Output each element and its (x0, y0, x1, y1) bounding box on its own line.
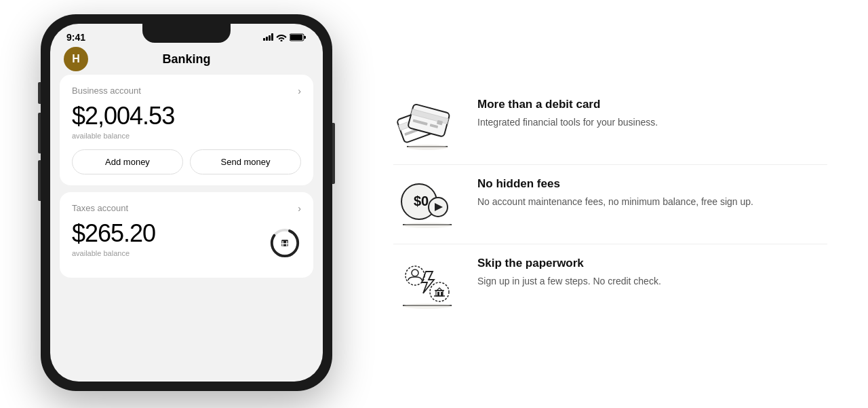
wifi-icon (276, 33, 287, 41)
action-buttons: Add money Send money (72, 149, 301, 174)
business-account-header: Business account › (72, 86, 301, 96)
svg-point-35 (403, 303, 452, 309)
phone-notch (142, 24, 231, 43)
feature-desc-paperwork: Sign up in just a few steps. No credit c… (477, 274, 661, 289)
business-account-card: Business account › $2,004.53 available b… (60, 75, 313, 185)
business-account-balance: $2,004.53 (72, 102, 301, 130)
feature-desc-fees: No account maintenance fees, no minimum … (477, 195, 753, 209)
svg-point-25 (403, 223, 452, 228)
paperwork-icon-wrap (393, 257, 461, 311)
feature-desc-debit: Integrated financial tools for your busi… (477, 115, 658, 130)
svg-rect-1 (290, 35, 302, 40)
feature-title-fees: No hidden fees (477, 177, 753, 191)
zero-fees-icon: $0 (393, 177, 461, 231)
screen-content: Business account › $2,004.53 available b… (50, 75, 323, 278)
taxes-account-card: Taxes account › $265.20 available balanc… (60, 192, 313, 278)
features-section: More than a debit card Integrated financ… (339, 86, 827, 323)
feature-text-paperwork: Skip the paperwork Sign up in just a few… (477, 257, 661, 289)
phone-mockup: 9:41 (41, 14, 339, 394)
svg-point-19 (407, 145, 448, 150)
cards-icon (393, 98, 461, 152)
feature-title-debit: More than a debit card (477, 98, 658, 111)
feature-title-paperwork: Skip the paperwork (477, 257, 661, 270)
taxes-bottom: $265.20 available balance (72, 219, 301, 267)
status-icons (263, 33, 307, 41)
feature-item-paperwork: Skip the paperwork Sign up in just a few… (393, 244, 827, 323)
paperwork-icon (393, 257, 461, 311)
feature-item-debit: More than a debit card Integrated financ… (393, 86, 827, 165)
battery-icon (290, 33, 307, 41)
phone-frame: 9:41 (41, 14, 332, 391)
taxes-balance-info: $265.20 available balance (72, 219, 155, 267)
taxes-account-label: Taxes account (72, 203, 128, 213)
taxes-account-header: Taxes account › (72, 203, 301, 214)
status-time: 9:41 (66, 32, 85, 43)
send-money-button[interactable]: Send money (190, 149, 301, 174)
add-money-button[interactable]: Add money (72, 149, 183, 174)
avatar: H (64, 47, 88, 71)
svg-text:$0: $0 (414, 193, 429, 208)
business-account-chevron[interactable]: › (298, 86, 301, 96)
svg-rect-2 (304, 36, 306, 39)
business-account-balance-label: available balance (72, 132, 301, 140)
feature-item-fees: $0 No hidden fees No account maintenance… (393, 165, 827, 244)
feature-text-debit: More than a debit card Integrated financ… (477, 98, 658, 130)
app-header: H Banking (50, 47, 323, 75)
cards-icon-wrap (393, 98, 461, 152)
zero-fees-icon-wrap: $0 (393, 177, 461, 231)
taxes-balance-label: available balance (72, 249, 155, 257)
svg-rect-31 (441, 292, 443, 296)
taxes-balance: $265.20 (72, 219, 155, 248)
svg-rect-30 (437, 292, 439, 296)
app-title: Banking (162, 52, 210, 67)
signal-icon (263, 33, 273, 41)
feature-text-fees: No hidden fees No account maintenance fe… (477, 177, 753, 209)
taxes-account-chevron[interactable]: › (298, 203, 301, 214)
svg-point-27 (412, 270, 418, 276)
phone-screen: 9:41 (50, 24, 323, 382)
business-account-label: Business account (72, 86, 141, 96)
donut-icon (269, 227, 301, 259)
